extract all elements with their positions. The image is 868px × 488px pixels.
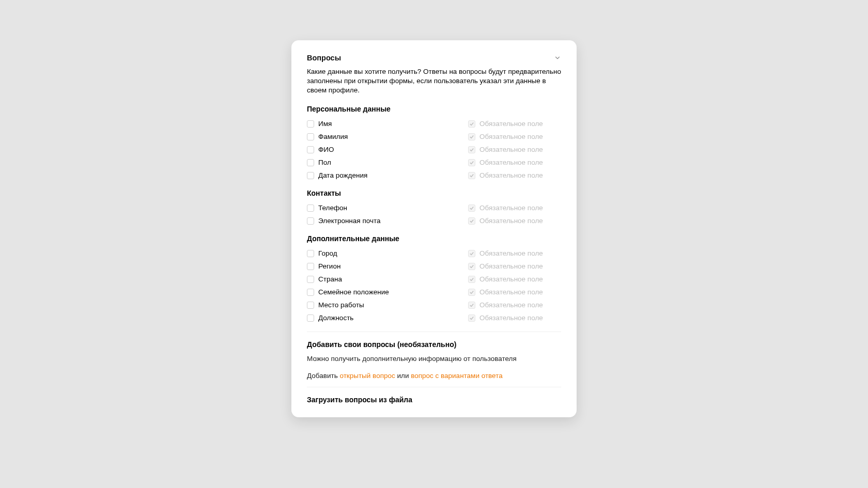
card-header: Вопросы [307, 54, 561, 62]
label-phone: Телефон [318, 204, 347, 212]
checkbox-required-workplace [468, 302, 475, 309]
questions-card: Вопросы Какие данные вы хотите получить?… [291, 40, 577, 417]
checkbox-required-firstname [468, 120, 475, 128]
checkbox-birthdate[interactable] [307, 172, 314, 179]
required-label: Обязательное поле [479, 301, 543, 309]
row-workplace: Место работы Обязательное поле [307, 299, 561, 311]
variant-question-link[interactable]: вопрос с вариантами ответа [411, 372, 503, 380]
row-gender: Пол Обязательное поле [307, 156, 561, 169]
row-phone: Телефон Обязательное поле [307, 202, 561, 214]
checkbox-fullname[interactable] [307, 146, 314, 153]
row-region: Регион Обязательное поле [307, 260, 561, 273]
row-birthdate: Дата рождения Обязательное поле [307, 169, 561, 182]
checkbox-position[interactable] [307, 314, 314, 322]
add-prefix: Добавить [307, 372, 339, 380]
required-label: Обязательное поле [479, 314, 543, 322]
separator [307, 332, 561, 332]
checkbox-required-lastname [468, 133, 475, 140]
row-position: Должность Обязательное поле [307, 312, 561, 324]
add-or: или [395, 372, 411, 380]
additional-fields: Город Обязательное поле Регион Обязатель… [307, 247, 561, 324]
required-label: Обязательное поле [479, 275, 543, 283]
label-region: Регион [318, 262, 340, 270]
custom-questions-description: Можно получить дополнительную информацию… [307, 355, 561, 363]
required-label: Обязательное поле [479, 171, 543, 179]
checkbox-firstname[interactable] [307, 120, 314, 128]
checkbox-lastname[interactable] [307, 133, 314, 140]
checkbox-phone[interactable] [307, 204, 314, 212]
required-label: Обязательное поле [479, 133, 543, 140]
row-email: Электронная почта Обязательное поле [307, 215, 561, 227]
personal-fields: Имя Обязательное поле Фамилия Обязательн… [307, 118, 561, 182]
separator [307, 387, 561, 387]
checkbox-required-marital [468, 289, 475, 296]
row-marital: Семейное положение Обязательное поле [307, 286, 561, 298]
label-marital: Семейное положение [318, 288, 389, 296]
checkbox-required-country [468, 276, 475, 283]
checkbox-marital[interactable] [307, 289, 314, 296]
required-label: Обязательное поле [479, 204, 543, 212]
label-gender: Пол [318, 159, 331, 166]
row-country: Страна Обязательное поле [307, 273, 561, 286]
checkbox-required-position [468, 314, 475, 322]
checkbox-country[interactable] [307, 276, 314, 283]
required-label: Обязательное поле [479, 120, 543, 128]
group-title-contacts: Контакты [307, 189, 561, 197]
checkbox-email[interactable] [307, 217, 314, 225]
checkbox-required-birthdate [468, 172, 475, 179]
chevron-down-icon[interactable] [554, 54, 561, 61]
upload-from-file-title: Загрузить вопросы из файла [307, 396, 561, 404]
add-question-line: Добавить открытый вопрос или вопрос с ва… [307, 372, 561, 380]
label-fullname: ФИО [318, 146, 334, 153]
row-lastname: Фамилия Обязательное поле [307, 131, 561, 143]
label-position: Должность [318, 314, 353, 322]
checkbox-workplace[interactable] [307, 302, 314, 309]
row-fullname: ФИО Обязательное поле [307, 144, 561, 156]
row-city: Город Обязательное поле [307, 247, 561, 260]
required-label: Обязательное поле [479, 217, 543, 225]
group-title-personal: Персональные данные [307, 105, 561, 113]
checkbox-required-email [468, 217, 475, 225]
checkbox-city[interactable] [307, 250, 314, 257]
required-label: Обязательное поле [479, 146, 543, 153]
checkbox-required-fullname [468, 146, 475, 153]
label-workplace: Место работы [318, 301, 364, 309]
custom-questions-title: Добавить свои вопросы (необязательно) [307, 340, 561, 349]
label-email: Электронная почта [318, 217, 380, 225]
card-description: Какие данные вы хотите получить? Ответы … [307, 67, 561, 96]
label-firstname: Имя [318, 120, 332, 128]
label-lastname: Фамилия [318, 133, 348, 140]
card-title: Вопросы [307, 54, 341, 62]
checkbox-required-gender [468, 159, 475, 166]
row-firstname: Имя Обязательное поле [307, 118, 561, 130]
checkbox-required-city [468, 250, 475, 257]
checkbox-gender[interactable] [307, 159, 314, 166]
contacts-fields: Телефон Обязательное поле Электронная по… [307, 202, 561, 227]
required-label: Обязательное поле [479, 262, 543, 270]
label-city: Город [318, 249, 337, 257]
group-title-additional: Дополнительные данные [307, 234, 561, 243]
required-label: Обязательное поле [479, 288, 543, 296]
label-country: Страна [318, 275, 342, 283]
open-question-link[interactable]: открытый вопрос [339, 372, 395, 380]
required-label: Обязательное поле [479, 159, 543, 166]
required-label: Обязательное поле [479, 249, 543, 257]
checkbox-required-phone [468, 204, 475, 212]
label-birthdate: Дата рождения [318, 171, 367, 179]
checkbox-region[interactable] [307, 263, 314, 270]
checkbox-required-region [468, 263, 475, 270]
